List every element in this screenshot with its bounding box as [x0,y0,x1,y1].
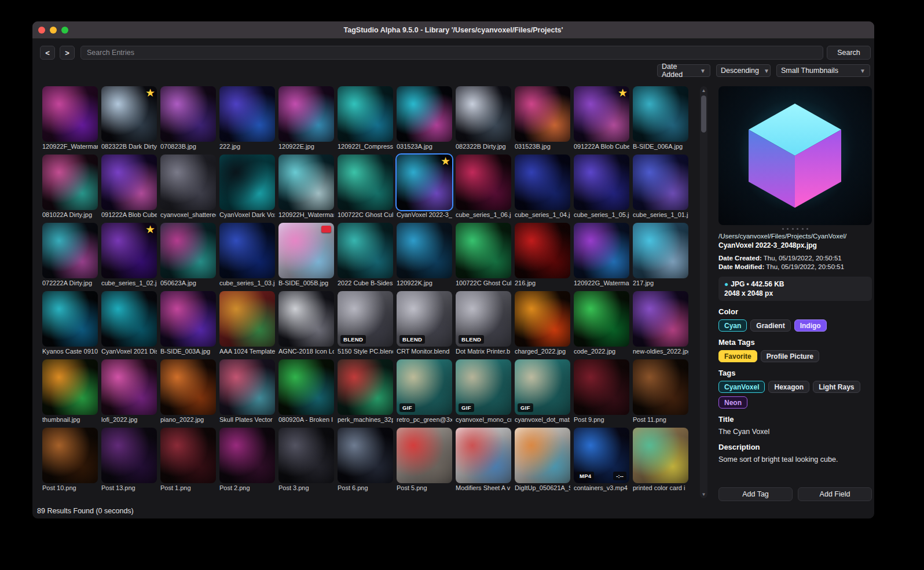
thumbnail[interactable] [219,291,275,347]
thumbnail[interactable] [278,359,334,415]
thumbnail[interactable] [278,291,334,347]
zoom-window-button[interactable] [61,27,68,34]
tag-chip[interactable]: Light Rays [813,381,860,393]
thumbnail[interactable] [633,155,688,210]
thumbnail[interactable] [515,86,570,142]
thumbnail[interactable] [42,428,98,483]
back-button[interactable]: < [40,46,55,60]
thumbnail[interactable] [397,223,452,278]
thumbnail[interactable]: BLEND [397,291,452,347]
thumbnail[interactable] [219,86,275,142]
field-value[interactable]: Some sort of bright teal looking cube. [718,455,872,464]
tag-chip[interactable]: Profile Picture [761,350,819,362]
thumbnail[interactable]: ★ [101,86,157,142]
thumbnail-caption: 5150 Style PC.blend [338,348,393,355]
thumbnail[interactable]: GIF [397,359,452,415]
thumbnail[interactable] [278,428,334,483]
scroll-down-icon[interactable]: ▼ [700,490,707,498]
tag-chip[interactable]: Indigo [794,319,827,332]
thumbnail[interactable] [278,155,334,210]
close-window-button[interactable] [38,27,45,34]
grid-scrollbar[interactable]: ▲ ▼ [700,86,707,498]
thumbnail[interactable] [278,86,334,142]
sort-field-dropdown[interactable]: Date Added ▼ [657,64,710,77]
thumbnail[interactable] [160,291,216,347]
thumbnail[interactable] [338,428,393,483]
thumbnail[interactable] [338,359,393,415]
thumbnail[interactable] [397,428,452,483]
tag-chip[interactable]: Cyan [718,319,747,332]
tag-chip[interactable]: Favorite [718,350,757,362]
thumbnail[interactable] [42,155,98,210]
thumbnail[interactable]: MP4-:-- [574,428,629,483]
search-input[interactable] [80,46,823,60]
add-tag-button[interactable]: Add Tag [718,487,793,501]
thumbnail[interactable] [101,155,157,210]
preview-image[interactable] [718,86,872,225]
resize-handle-dots[interactable] [782,228,809,230]
thumbnail[interactable] [633,428,688,483]
field-value[interactable]: The Cyan Voxel [718,427,872,436]
thumbnail[interactable] [338,86,393,142]
thumbnail[interactable] [633,291,688,347]
thumbnail[interactable] [278,223,334,278]
thumbnail[interactable] [515,291,570,347]
thumbnail[interactable]: GIF [456,359,511,415]
thumbnail[interactable]: BLEND [456,291,511,347]
thumbnail[interactable] [160,428,216,483]
thumbnail[interactable] [42,359,98,415]
thumbnail[interactable] [219,155,275,210]
thumbnail[interactable] [338,223,393,278]
thumbnail[interactable] [219,359,275,415]
thumbnail[interactable] [515,428,570,483]
tag-chip[interactable]: Hexagon [768,381,809,393]
file-path[interactable]: /Users/cyanvoxel/Files/Projects/CyanVoxe… [718,232,872,241]
thumbnail[interactable] [633,86,688,142]
add-field-button[interactable]: Add Field [798,487,872,501]
thumbnail[interactable] [574,223,629,278]
thumbnail[interactable] [633,223,688,278]
sort-direction-dropdown[interactable]: Descending ▼ [716,64,771,77]
thumbnail[interactable]: ★ [101,223,157,278]
thumbnail[interactable] [101,359,157,415]
scroll-up-icon[interactable]: ▲ [700,86,707,94]
tag-chip[interactable]: Gradient [750,319,790,332]
thumbnail[interactable]: GIF [515,359,570,415]
thumbnail[interactable] [574,291,629,347]
thumbnail[interactable] [515,155,570,210]
tag-chip[interactable]: CyanVoxel [718,381,765,393]
thumbnail[interactable] [456,428,511,483]
thumbnail[interactable]: ★ [574,86,629,142]
thumbnail[interactable] [42,291,98,347]
thumbnail[interactable] [42,223,98,278]
thumbnail[interactable] [574,359,629,415]
thumbnail[interactable] [456,155,511,210]
thumbnail[interactable] [160,223,216,278]
thumbnail[interactable] [515,223,570,278]
thumbnail[interactable]: BLEND [338,291,393,347]
thumbnail[interactable] [456,223,511,278]
thumbnail[interactable] [633,359,688,415]
thumbnail[interactable] [219,428,275,483]
search-button[interactable]: Search [827,46,871,60]
thumbnail-selected[interactable]: ★ [397,155,452,210]
thumbnail[interactable] [574,155,629,210]
forward-button[interactable]: > [60,46,75,60]
favorite-star-icon: ★ [441,156,450,167]
thumbnail[interactable] [160,359,216,415]
thumbnail[interactable] [160,86,216,142]
thumbnail[interactable] [456,86,511,142]
thumbnail[interactable] [160,155,216,210]
scrollbar-thumb[interactable] [701,95,706,133]
thumbnail[interactable] [42,86,98,142]
grid-item: piano_2022.jpg [160,359,216,424]
thumbnail[interactable] [338,155,393,210]
thumbnail[interactable] [397,86,452,142]
thumbnail[interactable] [101,291,157,347]
minimize-window-button[interactable] [50,27,57,34]
thumbnail[interactable] [101,428,157,483]
file-name[interactable]: CyanVoxel 2022-3_2048px.jpg [718,241,872,250]
tag-chip[interactable]: Neon [718,396,747,409]
thumbnail-size-dropdown[interactable]: Small Thumbnails ▼ [776,64,870,77]
thumbnail[interactable] [219,223,275,278]
